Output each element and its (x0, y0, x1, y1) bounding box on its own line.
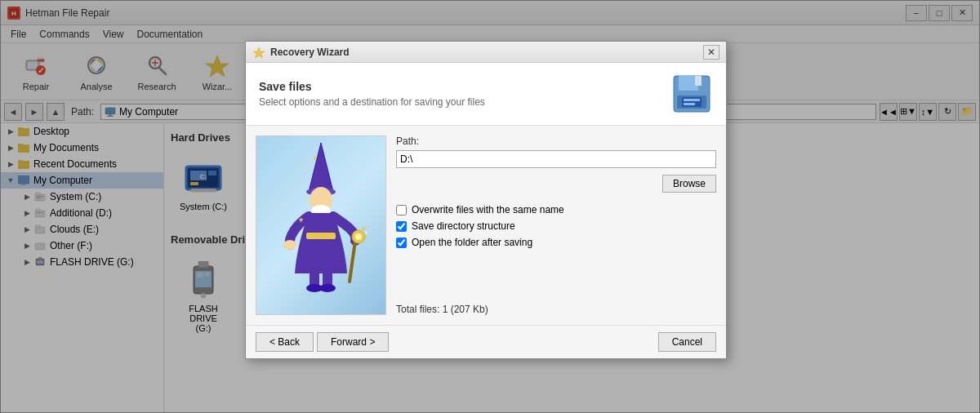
modal-header: Save files Select options and a destinat… (246, 63, 726, 126)
modal-header-text: Save files Select options and a destinat… (259, 80, 670, 108)
path-form-group: Path: Browse (396, 135, 716, 193)
total-files-info: Total files: 1 (207 Kb) (396, 297, 716, 315)
svg-point-69 (362, 227, 365, 230)
svg-rect-54 (695, 76, 702, 86)
open-folder-checkbox[interactable] (396, 238, 407, 248)
svg-marker-59 (309, 143, 333, 192)
save-path-input[interactable] (396, 150, 716, 168)
open-folder-checkbox-row[interactable]: Open the folder after saving (396, 237, 716, 248)
cancel-button[interactable]: Cancel (658, 332, 716, 352)
open-folder-label: Open the folder after saving (412, 237, 532, 248)
modal-body: Path: Browse Overwrite files with the sa… (246, 126, 726, 325)
svg-rect-65 (306, 233, 336, 239)
modal-title-bar: Recovery Wizard ✕ (246, 42, 726, 63)
overwrite-files-label: Overwrite files with the same name (412, 204, 564, 215)
svg-line-66 (350, 241, 355, 282)
save-icon (670, 73, 713, 115)
wizard-image (256, 135, 386, 315)
svg-point-76 (319, 284, 336, 292)
forward-button[interactable]: Forward > (317, 332, 389, 352)
modal-title-icon (252, 46, 265, 59)
total-files-text: Total files: 1 (207 Kb) (396, 304, 488, 315)
modal-title-text: Recovery Wizard (270, 47, 703, 58)
path-form-label: Path: (396, 135, 716, 147)
save-directory-structure-label: Save directory structure (412, 220, 515, 232)
svg-marker-51 (253, 47, 265, 58)
save-directory-structure-checkbox[interactable] (396, 221, 407, 232)
svg-rect-57 (684, 99, 700, 101)
svg-rect-58 (684, 103, 695, 105)
path-input-row (396, 150, 716, 168)
svg-point-68 (355, 233, 362, 240)
modal-save-title: Save files (259, 80, 670, 93)
overwrite-files-checkbox[interactable] (396, 205, 407, 215)
modal-close-button[interactable]: ✕ (703, 45, 719, 60)
svg-point-70 (365, 232, 368, 234)
svg-point-71 (368, 225, 369, 227)
svg-point-72 (283, 240, 296, 250)
modal-footer: < Back Forward > Cancel (246, 325, 726, 358)
recovery-wizard-dialog: Recovery Wizard ✕ Save files Select opti… (245, 41, 727, 359)
footer-right: Cancel (658, 332, 716, 352)
browse-button[interactable]: Browse (662, 175, 716, 193)
back-button[interactable]: < Back (256, 332, 314, 352)
modal-save-subtitle: Select options and a destination for sav… (259, 96, 670, 108)
modal-form: Path: Browse Overwrite files with the sa… (396, 135, 716, 315)
overwrite-files-checkbox-row[interactable]: Overwrite files with the same name (396, 204, 716, 215)
svg-rect-56 (682, 97, 702, 107)
save-directory-structure-checkbox-row[interactable]: Save directory structure (396, 220, 716, 232)
options-checkbox-group: Overwrite files with the same name Save … (396, 204, 716, 248)
footer-left: < Back Forward > (256, 332, 389, 352)
